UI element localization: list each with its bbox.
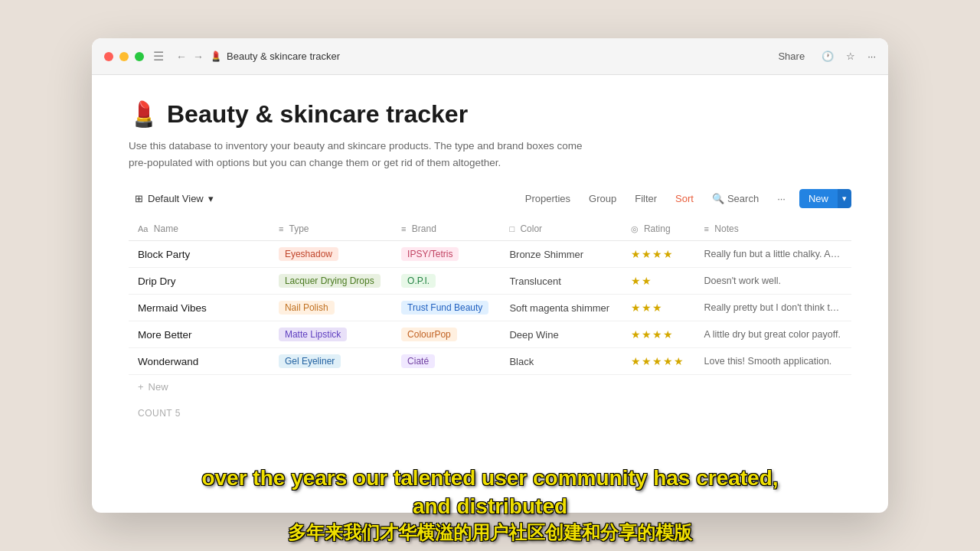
cell-name: Wonderwand	[129, 348, 270, 375]
cell-color: Soft magenta shimmer	[500, 295, 621, 321]
data-table: Aa Name ≡ Type ≡ Brand □	[129, 217, 851, 375]
search-label: Search	[727, 193, 759, 204]
cell-rating: ★★	[622, 268, 695, 295]
cell-rating: ★★★★	[622, 321, 695, 348]
forward-button[interactable]: →	[193, 51, 204, 63]
cell-type: Matte Lipstick	[270, 321, 392, 348]
title-bar-actions: Share 🕐 ☆ ···	[773, 47, 876, 65]
table-body: Block Party Eyeshadow IPSY/Tetris Bronze…	[129, 241, 851, 375]
col-color-label: Color	[520, 223, 542, 234]
toolbar: ⊞ Default View ▾ Properties Group Filter…	[129, 189, 851, 208]
add-new-row[interactable]: + New	[129, 375, 851, 399]
add-label: New	[149, 381, 168, 393]
maximize-button[interactable]	[135, 52, 144, 61]
cell-notes: Love this! Smooth application.	[695, 348, 851, 375]
col-brand: ≡ Brand	[392, 217, 500, 241]
subtitle-english: over the years our talented user communi…	[0, 465, 980, 520]
title-emoji: 💄	[210, 51, 222, 62]
nav-buttons: ← →	[176, 51, 204, 63]
more-options-button[interactable]: ···	[773, 190, 790, 207]
cell-type: Gel Eyeliner	[270, 348, 392, 375]
menu-icon[interactable]: ☰	[153, 49, 164, 64]
cell-rating: ★★★	[622, 295, 695, 321]
table-row[interactable]: Drip Dry Lacquer Drying Drops O.P.I. Tra…	[129, 268, 851, 295]
table-container: Aa Name ≡ Type ≡ Brand □	[129, 217, 851, 494]
share-button[interactable]: Share	[773, 47, 809, 65]
table-row[interactable]: Block Party Eyeshadow IPSY/Tetris Bronze…	[129, 241, 851, 268]
clock-icon[interactable]: 🕐	[822, 51, 834, 62]
col-notes: ≡ Notes	[695, 217, 851, 241]
table-row[interactable]: More Better Matte Lipstick ColourPop Dee…	[129, 321, 851, 348]
properties-button[interactable]: Properties	[521, 190, 575, 207]
cell-type: Nail Polish	[270, 295, 392, 321]
col-color-icon: □	[509, 224, 514, 233]
col-type: ≡ Type	[270, 217, 392, 241]
group-button[interactable]: Group	[584, 190, 621, 207]
cell-color: Bronze Shimmer	[500, 241, 621, 268]
more-icon[interactable]: ···	[867, 51, 876, 62]
col-type-label: Type	[289, 223, 309, 234]
new-button-chevron[interactable]: ▾	[838, 189, 851, 208]
view-selector[interactable]: ⊞ Default View ▾	[129, 190, 220, 207]
col-rating-label: Rating	[644, 223, 671, 234]
cell-brand: Ciaté	[392, 348, 500, 375]
cell-name: Mermaid Vibes	[129, 295, 270, 321]
col-color: □ Color	[500, 217, 621, 241]
cell-brand: Trust Fund Beauty	[392, 295, 500, 321]
cell-rating: ★★★★	[622, 241, 695, 268]
new-button[interactable]: New	[799, 189, 838, 208]
search-icon: 🔍	[712, 193, 724, 204]
window-title: 💄 Beauty & skincare tracker	[210, 51, 773, 62]
close-button[interactable]	[104, 52, 113, 61]
table-row[interactable]: Mermaid Vibes Nail Polish Trust Fund Bea…	[129, 295, 851, 321]
cell-type: Eyeshadow	[270, 241, 392, 268]
cell-rating: ★★★★★	[622, 348, 695, 375]
subtitle-chinese: 多年来我们才华横溢的用户社区创建和分享的模版	[0, 520, 980, 545]
cell-name: Drip Dry	[129, 268, 270, 295]
minimize-button[interactable]	[119, 52, 129, 61]
col-name: Aa Name	[129, 217, 270, 241]
new-button-group: New ▾	[799, 189, 851, 208]
col-rating-icon: ◎	[631, 224, 639, 233]
table-header: Aa Name ≡ Type ≡ Brand □	[129, 217, 851, 241]
view-chevron-icon: ▾	[208, 193, 214, 204]
col-name-label: Name	[154, 223, 178, 234]
cell-brand: IPSY/Tetris	[392, 241, 500, 268]
subtitle-container: over the years our talented user communi…	[0, 465, 980, 551]
col-name-icon: Aa	[138, 224, 148, 233]
col-notes-label: Notes	[714, 223, 738, 234]
view-label: Default View	[148, 193, 204, 204]
title-text: Beauty & skincare tracker	[227, 51, 340, 62]
cell-type: Lacquer Drying Drops	[270, 268, 392, 295]
cell-color: Deep Wine	[500, 321, 621, 348]
cell-name: More Better	[129, 321, 270, 348]
col-rating: ◎ Rating	[622, 217, 695, 241]
cell-brand: ColourPop	[392, 321, 500, 348]
cell-brand: O.P.I.	[392, 268, 500, 295]
col-type-icon: ≡	[279, 224, 283, 233]
star-icon[interactable]: ☆	[846, 51, 855, 62]
count-value: 5	[175, 408, 181, 419]
cell-notes: A little dry but great color payoff.	[695, 321, 851, 348]
cell-color: Translucent	[500, 268, 621, 295]
view-grid-icon: ⊞	[135, 193, 143, 204]
main-window: ☰ ← → 💄 Beauty & skincare tracker Share …	[92, 38, 888, 513]
back-button[interactable]: ←	[176, 51, 187, 63]
page-title-text: Beauty & skincare tracker	[167, 100, 468, 129]
cell-notes: Really fun but a little chalky. Apply w/	[695, 241, 851, 268]
toolbar-right: Properties Group Filter Sort 🔍 Search ··…	[521, 189, 851, 208]
sort-button[interactable]: Sort	[671, 190, 698, 207]
count-row: COUNT 5	[129, 399, 851, 422]
page-title: 💄 Beauty & skincare tracker	[129, 99, 851, 129]
cell-name: Block Party	[129, 241, 270, 268]
page-content: 💄 Beauty & skincare tracker Use this dat…	[92, 75, 888, 513]
page-description: Use this database to inventory your beau…	[129, 138, 603, 171]
col-brand-label: Brand	[412, 223, 436, 234]
add-icon: +	[138, 381, 144, 393]
table-row[interactable]: Wonderwand Gel Eyeliner Ciaté Black ★★★★…	[129, 348, 851, 375]
cell-notes: Really pretty but I don't think the colo	[695, 295, 851, 321]
col-notes-icon: ≡	[704, 224, 709, 233]
filter-button[interactable]: Filter	[630, 190, 662, 207]
search-button[interactable]: 🔍 Search	[707, 190, 763, 207]
toolbar-left: ⊞ Default View ▾	[129, 190, 220, 207]
